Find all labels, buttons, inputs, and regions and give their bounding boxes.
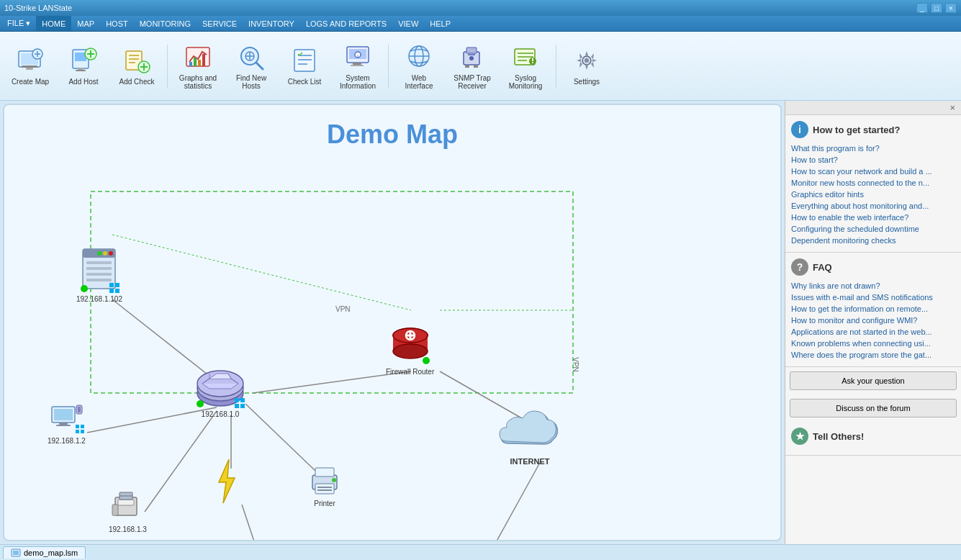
firewall-node[interactable]: Firewall Router [386, 325, 434, 376]
toolbar: Create Map Add Host [0, 32, 961, 101]
settings-button[interactable]: Settings [561, 37, 613, 96]
tell-others-section: ★ Tell Others! [785, 422, 961, 456]
add-host-button[interactable]: Add Host [58, 37, 109, 96]
svg-rect-37 [353, 63, 361, 65]
help-link-5[interactable]: Everything about host monitoring and... [791, 200, 955, 212]
switch-node[interactable]: 192.168.1.0 [195, 368, 245, 418]
help-link-1[interactable]: How to start? [791, 154, 955, 166]
faq-link-4[interactable]: Applications are not started in the web.… [791, 326, 955, 338]
system-info-icon: i [343, 42, 372, 71]
faq-icon: ? [791, 258, 808, 276]
svg-rect-137 [13, 551, 19, 555]
menu-help[interactable]: HELP [424, 16, 456, 31]
how-to-start-section: i How to get started? What this program … [785, 115, 961, 253]
help-link-8[interactable]: Dependent monitoring checks [791, 235, 955, 246]
help-link-7[interactable]: Configuring the scheduled downtime [791, 223, 955, 235]
menu-file[interactable]: FILE ▾ [1, 16, 36, 31]
help-link-0[interactable]: What this program is for? [791, 143, 955, 154]
svg-rect-23 [194, 58, 197, 66]
faq-header: ? FAQ [791, 258, 955, 276]
demo-map-tab[interactable]: demo_map.lsm [3, 546, 86, 559]
snmp-trap-button[interactable]: SNMP Trap Receiver [446, 37, 498, 96]
check-list-label: Check List [288, 78, 322, 86]
svg-line-27 [256, 63, 263, 69]
find-new-hosts-button[interactable]: Find New Hosts [225, 37, 277, 96]
toolbar-sep-3 [556, 45, 556, 88]
menu-home[interactable]: HOME [36, 16, 71, 31]
menu-service[interactable]: SERVICE [197, 16, 243, 31]
faq-link-0[interactable]: Why links are not drawn? [791, 280, 955, 292]
svg-point-108 [332, 478, 336, 482]
printer-label: Printer [314, 500, 335, 507]
help-link-6[interactable]: How to enable the web interface? [791, 212, 955, 223]
server-node[interactable]: 192.168.1.102 [76, 245, 122, 303]
gauge-hdd-icon: 0% [530, 537, 556, 541]
svg-point-73 [109, 251, 113, 256]
tell-others-header: ★ Tell Others! [791, 428, 955, 445]
pc1-label: 192.168.1.2 [48, 437, 86, 445]
syslog-icon [511, 42, 540, 71]
discuss-forum-button[interactable]: Discuss on the forum [790, 399, 957, 417]
svg-point-58 [585, 58, 589, 63]
create-map-label: Create Map [12, 78, 49, 86]
check-list-icon [290, 46, 319, 75]
svg-rect-96 [56, 425, 71, 426]
svg-rect-80 [109, 283, 114, 287]
vpn-label-right: VPN [572, 357, 579, 372]
windows-logo [109, 282, 120, 294]
svg-rect-22 [189, 62, 192, 66]
faq-link-6[interactable]: Where does the program store the gat... [791, 349, 955, 361]
info-icon: i [791, 121, 808, 138]
system-info-label: System Information [335, 74, 380, 90]
svg-line-66 [483, 461, 541, 540]
map-title: Demo Map [4, 105, 780, 164]
svg-rect-106 [317, 487, 332, 488]
map-area[interactable]: Demo Map [3, 104, 782, 541]
svg-line-63 [145, 411, 217, 512]
system-info-button[interactable]: i System Information [332, 37, 384, 96]
printer-node[interactable]: Printer [307, 465, 343, 507]
help-link-4[interactable]: Graphics editor hints [791, 189, 955, 200]
menu-logs[interactable]: LOGS AND REPORTS [300, 16, 392, 31]
graphs-stats-button[interactable]: Graphs and statistics [172, 37, 224, 96]
svg-rect-10 [76, 70, 86, 71]
menu-inventory[interactable]: INVENTORY [243, 16, 300, 31]
faq-link-3[interactable]: How to monitor and configure WMI? [791, 315, 955, 326]
faq-link-2[interactable]: How to get the information on remote... [791, 303, 955, 315]
minimize-button[interactable]: _ [916, 3, 928, 13]
fax-node[interactable]: 192.168.1.3 [109, 487, 147, 533]
help-link-3[interactable]: Monitor new hosts connected to the n... [791, 177, 955, 189]
svg-rect-102 [81, 430, 84, 433]
cloud-icon [494, 404, 566, 454]
tab-icon [11, 548, 21, 557]
web-interface-button[interactable]: Web Interface [393, 37, 445, 96]
syslog-button[interactable]: Syslog Monitoring [500, 37, 551, 96]
menu-map[interactable]: MAP [71, 16, 100, 31]
maximize-button[interactable]: □ [931, 3, 942, 13]
create-map-icon [16, 46, 45, 75]
menu-host[interactable]: HOST [100, 16, 134, 31]
svg-rect-45 [466, 48, 477, 53]
add-check-button[interactable]: Add Check [111, 37, 163, 96]
close-button[interactable]: × [945, 3, 957, 13]
create-map-button[interactable]: Create Map [4, 37, 56, 96]
svg-rect-46 [465, 65, 469, 68]
svg-rect-25 [202, 54, 205, 66]
svg-rect-98 [78, 407, 81, 412]
faq-link-1[interactable]: Issues with e-mail and SMS notifications [791, 292, 955, 303]
menu-view[interactable]: VIEW [392, 16, 424, 31]
help-link-2[interactable]: How to scan your network and build a ... [791, 166, 955, 177]
internet-node[interactable]: INTERNET [494, 404, 566, 466]
add-check-icon [122, 46, 151, 75]
panel-close-button[interactable]: × [947, 102, 958, 113]
fax-label: 192.168.1.3 [109, 525, 147, 533]
pc1-node[interactable]: 192.168.1.2 [48, 404, 86, 445]
check-list-button[interactable]: Check List [279, 37, 330, 96]
ask-question-button[interactable]: Ask your question [790, 371, 957, 390]
switch-windows-logo [234, 397, 245, 409]
firewall-status [423, 357, 430, 364]
menu-monitoring[interactable]: MONITORING [134, 16, 197, 31]
faq-link-5[interactable]: Known problems when connecting usi... [791, 338, 955, 349]
server-label: 192.168.1.102 [76, 295, 122, 303]
add-check-label: Add Check [119, 78, 155, 86]
